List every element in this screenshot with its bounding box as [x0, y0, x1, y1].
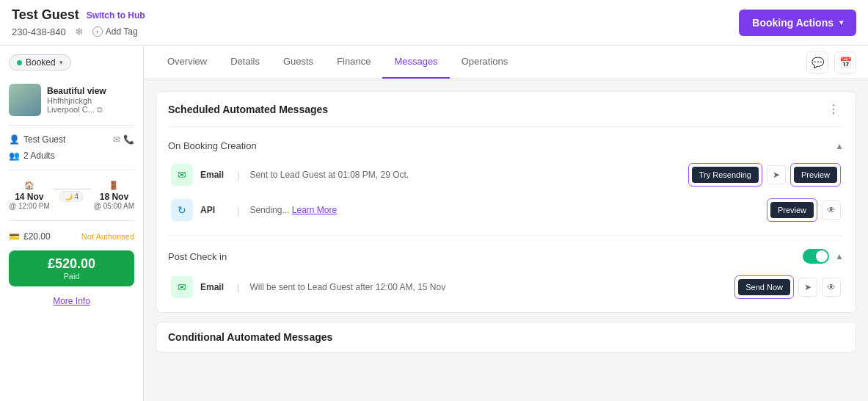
- preview-button-2[interactable]: Preview: [770, 202, 814, 218]
- total-box[interactable]: £520.00 Paid: [9, 250, 134, 286]
- add-tag-circle-icon: +: [92, 26, 103, 37]
- chevron-down-icon: ▾: [839, 18, 843, 26]
- on-booking-chevron-icon[interactable]: ▲: [835, 141, 844, 151]
- tab-finance[interactable]: Finance: [325, 46, 382, 79]
- sidebar: Booked ▾ Beautiful view Hhfhhjrickgh Liv…: [0, 46, 144, 401]
- email-icon: ✉: [171, 164, 193, 186]
- send-now-button[interactable]: Send Now: [738, 279, 790, 295]
- status-badge[interactable]: Booked ▾: [9, 54, 71, 71]
- separator-2: |: [237, 205, 239, 216]
- post-checkin-chevron-icon[interactable]: ▲: [835, 251, 844, 261]
- divider-2: [9, 170, 134, 170]
- property-location-text: Liverpool C...: [47, 105, 95, 114]
- on-booking-creation-header: On Booking Creation ▲: [168, 134, 844, 157]
- eye-icon-button-2[interactable]: 👁: [822, 278, 841, 297]
- email-desc-1: Sent to Lead Guest at 01:08 PM, 29 Oct.: [249, 170, 680, 180]
- nights-badge: 🌙 4: [59, 191, 84, 202]
- total-amount: £520.00: [18, 256, 125, 272]
- checkin-date: 14 Nov: [9, 192, 50, 202]
- header: Test Guest Switch to Hub 230-438-840 ❄ +…: [0, 0, 868, 46]
- try-resending-button[interactable]: Try Resending: [692, 167, 759, 183]
- email-message-row-2: ✉ Email | Will be sent to Lead Guest aft…: [168, 270, 844, 305]
- message-icon[interactable]: ✉: [113, 134, 120, 145]
- checkout-time: @ 05:00 AM: [94, 202, 134, 210]
- copy-icon[interactable]: ⧉: [97, 105, 103, 115]
- add-tag-label: Add Tag: [106, 26, 138, 37]
- scheduled-messages-header: Scheduled Automated Messages ⋮: [156, 92, 856, 126]
- switch-hub-link[interactable]: Switch to Hub: [87, 10, 145, 21]
- card-icon: 💳: [9, 231, 20, 242]
- main-layout: Booked ▾ Beautiful view Hhfhhjrickgh Liv…: [0, 46, 868, 401]
- guest-row: 👤 Test Guest ✉ 📞: [9, 131, 134, 148]
- property-info: Beautiful view Hhfhhjrickgh Liverpool C.…: [47, 86, 134, 115]
- tab-messages[interactable]: Messages: [382, 46, 449, 79]
- date-row: 🏠 14 Nov @ 12:00 PM 🌙 4 🚪 18: [9, 176, 134, 214]
- api-row-actions: Preview 👁: [767, 198, 841, 222]
- api-message-row: ↻ API | Sending... Learn More Preview: [168, 192, 844, 228]
- scheduled-messages-title: Scheduled Automated Messages: [168, 104, 328, 115]
- email-label-2: Email: [200, 282, 227, 292]
- property-card: Beautiful view Hhfhhjrickgh Liverpool C.…: [9, 84, 134, 116]
- email-icon-2: ✉: [171, 276, 193, 298]
- home-icon: 🏠: [24, 181, 34, 189]
- send-now-container: Send Now: [734, 275, 794, 299]
- messages-content: Scheduled Automated Messages ⋮ On Bookin…: [144, 79, 868, 401]
- post-checkin-section: Post Check in ▲ ✉: [156, 236, 856, 312]
- chat-icon-button[interactable]: 💬: [806, 51, 828, 73]
- api-label: API: [200, 205, 227, 215]
- tabs-bar: Overview Details Guests Finance Messages…: [144, 46, 868, 79]
- three-dot-menu-button[interactable]: ⋮: [823, 101, 844, 118]
- api-desc: Sending... Learn More: [249, 205, 759, 215]
- scheduled-messages-actions: ⋮: [823, 101, 844, 118]
- post-checkin-header: Post Check in ▲: [168, 243, 844, 270]
- on-booking-creation-section: On Booking Creation ▲ ✉ Email | Sent to …: [156, 127, 856, 235]
- date-line: [53, 189, 91, 189]
- booking-actions-button[interactable]: Booking Actions ▾: [739, 10, 856, 36]
- learn-more-link[interactable]: Learn More: [292, 205, 337, 215]
- try-resending-container: Try Resending: [688, 163, 762, 187]
- separator-3: |: [237, 282, 239, 293]
- conditional-messages-card: Conditional Automated Messages: [156, 322, 856, 353]
- add-tag-button[interactable]: + Add Tag: [92, 26, 138, 37]
- date-separator: 🌙 4: [53, 189, 91, 202]
- send-icon-button-2[interactable]: ➤: [798, 278, 817, 297]
- email-label-1: Email: [200, 170, 227, 180]
- separator-1: |: [237, 170, 239, 181]
- email-desc-2: Will be sent to Lead Guest after 12:00 A…: [249, 282, 727, 292]
- guest-label: Test Guest: [23, 134, 65, 145]
- tab-details[interactable]: Details: [219, 46, 271, 79]
- checkout-block: 🚪 18 Nov @ 05:00 AM: [94, 181, 134, 210]
- post-checkin-title: Post Check in: [168, 251, 227, 262]
- calendar-icon-button[interactable]: 📅: [834, 51, 856, 73]
- property-location: Liverpool C... ⧉: [47, 105, 134, 115]
- tab-guests[interactable]: Guests: [271, 46, 325, 79]
- snowflake-icon[interactable]: ❄: [75, 26, 84, 37]
- paid-status: Paid: [18, 272, 125, 281]
- preview-container-1: Preview: [790, 163, 841, 187]
- post-checkin-row-actions: Send Now ➤ 👁: [734, 275, 841, 299]
- tab-operations[interactable]: Operations: [450, 46, 520, 79]
- status-chevron-icon: ▾: [59, 59, 63, 66]
- send-icon-button-1[interactable]: ➤: [767, 165, 786, 184]
- price-value: £20.00: [23, 231, 51, 242]
- adults-label: 2 Adults: [23, 151, 55, 161]
- exit-icon: 🚪: [109, 181, 119, 189]
- phone-icon[interactable]: 📞: [123, 134, 134, 145]
- post-checkin-controls: ▲: [803, 249, 844, 264]
- property-thumb-image: [9, 84, 41, 116]
- eye-icon-button-api[interactable]: 👁: [822, 201, 841, 220]
- post-checkin-toggle[interactable]: [803, 249, 829, 264]
- more-info-link: More Info: [9, 291, 134, 311]
- checkin-time: @ 12:00 PM: [9, 202, 50, 210]
- conditional-messages-header: Conditional Automated Messages: [156, 322, 856, 352]
- more-info-anchor[interactable]: More Info: [53, 296, 90, 306]
- adults-row: 👥 2 Adults: [9, 148, 134, 164]
- checkout-date: 18 Nov: [94, 192, 134, 202]
- tab-overview[interactable]: Overview: [156, 46, 219, 79]
- property-thumbnail: [9, 84, 41, 116]
- tab-icons: 💬 📅: [806, 51, 856, 73]
- divider-3: [9, 220, 134, 221]
- preview-button-1[interactable]: Preview: [794, 167, 837, 183]
- on-booking-creation-title: On Booking Creation: [168, 140, 257, 151]
- price-row: 💳 £20.00 Not Authorised: [9, 227, 134, 246]
